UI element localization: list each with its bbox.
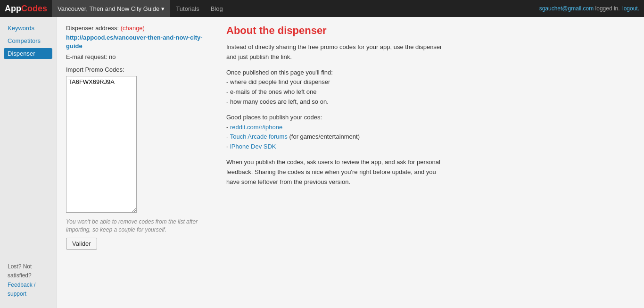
iphone-dev-bullet: - iPhone Dev SDK [226,143,276,150]
about-bullet1: - where did people find your dispenser [226,78,330,85]
logo-app-text: App [5,4,21,13]
dispenser-section: Dispenser address: (change) http://appco… [66,25,635,250]
about-once-published: Once published on this page you'll find:… [226,68,443,107]
touch-arcade-prefix: - [226,133,230,140]
good-places-title: Good places to publish your codes: [226,114,322,121]
email-request-line: E-mail request: no [66,53,212,60]
sidebar-bottom: Lost? Not satisfied? Feedback / support [4,258,52,302]
import-label: Import Promo Codes: [66,66,212,73]
about-bullet2: - e-mails of the ones who left one [226,88,317,95]
logo: AppCodes [5,4,47,14]
reddit-bullet: - reddit.com/r/iphone [226,124,282,131]
dispenser-url-link[interactable]: http://appcod.es/vancouver-then-and-now-… [66,33,212,50]
support-link[interactable]: support [8,291,26,297]
main-content: Dispenser address: (change) http://appco… [57,17,644,308]
page-layout: Keywords Competitors Dispenser Lost? Not… [0,17,644,308]
sidebar: Keywords Competitors Dispenser Lost? Not… [0,17,57,308]
address-label: Dispenser address: [66,25,119,32]
touch-arcade-link[interactable]: Touch Arcade forums [230,133,288,140]
iphone-dev-prefix: - [226,143,230,150]
logged-in-text: logged in. [595,5,620,12]
touch-arcade-bullet: - Touch Arcade forums (for games/enterta… [226,133,360,140]
app-name-dropdown[interactable]: Vancouver, Then and Now City Guide ▾ [52,0,170,17]
reddit-link[interactable]: reddit.com/r/iphone [230,124,282,131]
dropdown-arrow-icon: ▾ [161,5,165,12]
email-request-label: E-mail request: [66,53,107,60]
sidebar-item-dispenser[interactable]: Dispenser [4,48,52,59]
email-request-value: no [109,53,116,60]
promo-codes-textarea[interactable] [66,76,137,213]
valider-button[interactable]: Valider [66,238,97,250]
tutorials-link[interactable]: Tutorials [170,0,205,17]
sidebar-item-keywords[interactable]: Keywords [4,23,52,33]
good-places-section: Good places to publish your codes: - red… [226,113,443,152]
warning-text: You won't be able to remove codes from t… [66,218,203,234]
top-navigation: AppCodes Vancouver, Then and Now City Gu… [0,0,644,17]
change-link[interactable]: (change) [121,25,145,32]
dispenser-address-line: Dispenser address: (change) [66,25,212,32]
touch-arcade-suffix: (for games/entertainment) [288,133,360,140]
publish-advice: When you publish the codes, ask users to… [226,158,443,187]
iphone-dev-link[interactable]: iPhone Dev SDK [230,143,276,150]
sidebar-item-competitors[interactable]: Competitors [4,35,52,46]
blog-link[interactable]: Blog [205,0,229,17]
dispenser-left-panel: Dispenser address: (change) http://appco… [66,25,212,250]
about-intro: Instead of directly sharing the free pro… [226,42,443,62]
about-bullet3: - how many codes are left, and so on. [226,98,329,105]
app-name-label: Vancouver, Then and Now City Guide [58,5,159,12]
user-info: sgauchet@gmail.com logged in. logout. [539,5,639,12]
user-email-link[interactable]: sgauchet@gmail.com [539,5,594,12]
feedback-link[interactable]: Feedback / [8,282,35,288]
about-section: About the dispenser Instead of directly … [226,25,443,192]
about-title: About the dispenser [226,25,443,37]
logout-link[interactable]: logout. [622,5,639,12]
logo-codes-text: Codes [21,4,47,13]
lost-text: Lost? Not satisfied? [8,263,32,279]
once-published-title: Once published on this page you'll find: [226,69,333,76]
